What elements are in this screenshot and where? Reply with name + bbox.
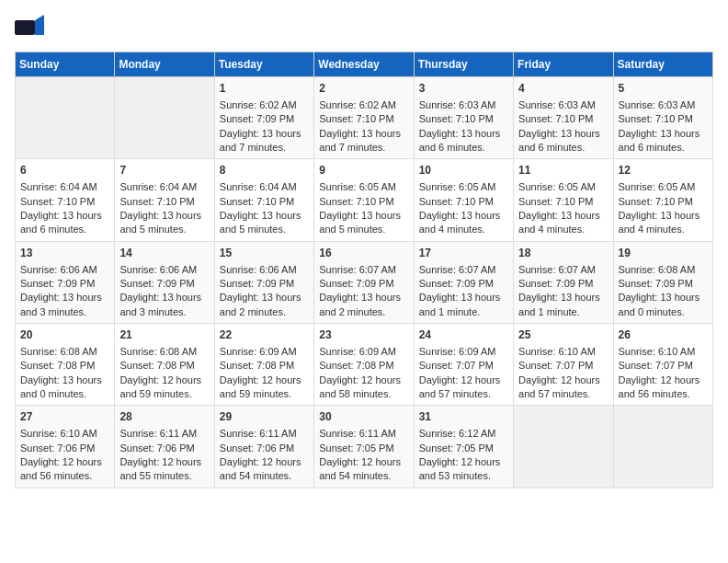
day-info: Daylight: 13 hours: [220, 291, 309, 304]
calendar-cell: 31Sunrise: 6:12 AMSunset: 7:05 PMDayligh…: [414, 406, 513, 488]
calendar-cell: 8Sunrise: 6:04 AMSunset: 7:10 PMDaylight…: [214, 159, 313, 241]
day-info: Sunset: 7:09 PM: [619, 277, 708, 291]
day-info: Sunset: 7:05 PM: [319, 442, 408, 455]
day-header-tuesday: Tuesday: [214, 52, 313, 77]
day-number: 21: [119, 327, 209, 343]
day-info: Sunrise: 6:03 AM: [419, 98, 508, 112]
calendar-cell: 15Sunrise: 6:06 AMSunset: 7:09 PMDayligh…: [214, 241, 313, 323]
day-info: Sunrise: 6:08 AM: [119, 345, 209, 359]
day-info: Sunset: 7:09 PM: [220, 112, 309, 126]
day-number: 5: [619, 81, 708, 97]
day-info: and 3 minutes.: [20, 305, 109, 319]
day-info: Sunset: 7:10 PM: [619, 112, 708, 126]
day-info: Daylight: 12 hours: [119, 455, 209, 469]
day-info: Daylight: 13 hours: [619, 127, 708, 141]
day-info: Sunrise: 6:11 AM: [319, 427, 408, 441]
day-info: and 7 minutes.: [319, 141, 408, 155]
day-number: 1: [220, 81, 309, 97]
day-info: Daylight: 13 hours: [119, 209, 209, 223]
day-info: Sunrise: 6:02 AM: [220, 98, 309, 112]
day-number: 15: [220, 246, 309, 261]
calendar-cell: [115, 77, 214, 159]
day-info: and 6 minutes.: [518, 141, 608, 155]
day-info: Sunset: 7:09 PM: [20, 277, 109, 291]
day-info: Daylight: 13 hours: [319, 291, 408, 304]
day-number: 12: [619, 163, 708, 178]
day-info: and 54 minutes.: [319, 469, 408, 483]
day-info: Sunset: 7:08 PM: [319, 359, 408, 373]
day-info: Sunset: 7:08 PM: [119, 359, 209, 373]
calendar-header-row: SundayMondayTuesdayWednesdayThursdayFrid…: [16, 52, 713, 77]
calendar-week-5: 27Sunrise: 6:10 AMSunset: 7:06 PMDayligh…: [16, 406, 713, 488]
calendar-cell: 27Sunrise: 6:10 AMSunset: 7:06 PMDayligh…: [16, 406, 115, 488]
day-info: Daylight: 12 hours: [220, 455, 309, 469]
day-info: Sunset: 7:09 PM: [518, 277, 608, 291]
day-info: Daylight: 12 hours: [518, 373, 608, 387]
day-info: Sunset: 7:07 PM: [419, 359, 508, 373]
calendar-week-1: 1Sunrise: 6:02 AMSunset: 7:09 PMDaylight…: [16, 77, 713, 159]
calendar-cell: [514, 406, 613, 488]
calendar-cell: 28Sunrise: 6:11 AMSunset: 7:06 PMDayligh…: [115, 406, 214, 488]
day-info: Sunrise: 6:07 AM: [319, 263, 408, 277]
day-number: 19: [619, 246, 708, 261]
day-number: 3: [419, 81, 508, 97]
calendar-cell: 4Sunrise: 6:03 AMSunset: 7:10 PMDaylight…: [514, 77, 613, 159]
day-number: 27: [20, 409, 109, 425]
day-info: Sunrise: 6:09 AM: [419, 345, 508, 359]
day-number: 23: [319, 327, 408, 343]
day-info: and 5 minutes.: [319, 223, 408, 236]
calendar-cell: 16Sunrise: 6:07 AMSunset: 7:09 PMDayligh…: [314, 241, 414, 323]
day-number: 16: [319, 246, 408, 261]
calendar-cell: [613, 406, 712, 488]
day-info: Daylight: 12 hours: [419, 455, 508, 469]
day-info: Sunset: 7:10 PM: [20, 195, 109, 209]
day-info: Sunset: 7:10 PM: [419, 195, 508, 209]
day-info: and 53 minutes.: [419, 469, 508, 483]
day-info: Sunset: 7:07 PM: [619, 359, 708, 373]
day-info: Sunset: 7:09 PM: [319, 277, 408, 291]
day-header-thursday: Thursday: [414, 52, 513, 77]
day-info: and 59 minutes.: [220, 387, 309, 401]
day-number: 8: [220, 163, 309, 178]
calendar-cell: 17Sunrise: 6:07 AMSunset: 7:09 PMDayligh…: [414, 241, 513, 323]
day-number: 4: [518, 81, 608, 97]
day-number: 28: [119, 409, 209, 425]
calendar-cell: 24Sunrise: 6:09 AMSunset: 7:07 PMDayligh…: [414, 324, 513, 406]
day-info: Sunset: 7:06 PM: [119, 442, 209, 455]
day-number: 24: [419, 327, 508, 343]
day-info: Sunset: 7:07 PM: [518, 359, 608, 373]
day-info: Sunrise: 6:04 AM: [20, 180, 109, 194]
calendar-cell: 23Sunrise: 6:09 AMSunset: 7:08 PMDayligh…: [314, 324, 414, 406]
day-info: Sunrise: 6:12 AM: [419, 427, 508, 441]
day-info: Sunrise: 6:04 AM: [119, 180, 209, 194]
calendar-cell: 22Sunrise: 6:09 AMSunset: 7:08 PMDayligh…: [214, 324, 313, 406]
day-info: Daylight: 12 hours: [119, 373, 209, 387]
day-info: and 0 minutes.: [20, 387, 109, 401]
day-info: and 56 minutes.: [619, 387, 708, 401]
calendar-cell: 2Sunrise: 6:02 AMSunset: 7:10 PMDaylight…: [314, 77, 414, 159]
day-header-monday: Monday: [115, 52, 214, 77]
calendar-week-2: 6Sunrise: 6:04 AMSunset: 7:10 PMDaylight…: [16, 159, 713, 241]
day-info: and 58 minutes.: [319, 387, 408, 401]
calendar-cell: 3Sunrise: 6:03 AMSunset: 7:10 PMDaylight…: [414, 77, 513, 159]
calendar-table: SundayMondayTuesdayWednesdayThursdayFrid…: [15, 52, 713, 488]
day-info: Daylight: 13 hours: [20, 291, 109, 304]
calendar-cell: 21Sunrise: 6:08 AMSunset: 7:08 PMDayligh…: [115, 324, 214, 406]
day-info: Daylight: 13 hours: [518, 127, 608, 141]
day-number: 13: [20, 246, 109, 261]
day-info: Daylight: 12 hours: [419, 373, 508, 387]
calendar-cell: 1Sunrise: 6:02 AMSunset: 7:09 PMDaylight…: [214, 77, 313, 159]
logo: [15, 15, 46, 40]
day-info: Sunset: 7:09 PM: [419, 277, 508, 291]
day-info: Daylight: 12 hours: [319, 373, 408, 387]
day-info: Daylight: 13 hours: [20, 209, 109, 223]
calendar-cell: 7Sunrise: 6:04 AMSunset: 7:10 PMDaylight…: [115, 159, 214, 241]
day-info: Sunset: 7:10 PM: [518, 112, 608, 126]
day-info: Daylight: 13 hours: [619, 209, 708, 223]
calendar-body: 1Sunrise: 6:02 AMSunset: 7:09 PMDaylight…: [16, 77, 713, 488]
day-info: Daylight: 13 hours: [220, 127, 309, 141]
calendar-cell: 20Sunrise: 6:08 AMSunset: 7:08 PMDayligh…: [16, 324, 115, 406]
calendar-cell: 10Sunrise: 6:05 AMSunset: 7:10 PMDayligh…: [414, 159, 513, 241]
day-info: Daylight: 13 hours: [319, 127, 408, 141]
day-info: and 4 minutes.: [619, 223, 708, 236]
